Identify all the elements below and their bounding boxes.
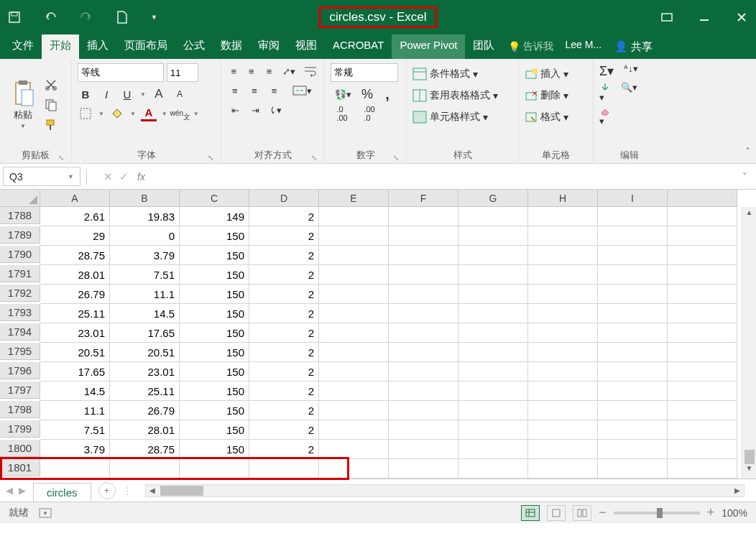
cell[interactable] bbox=[598, 246, 668, 265]
zoom-in-button[interactable]: + bbox=[707, 505, 715, 520]
cell[interactable] bbox=[528, 246, 598, 265]
row-header[interactable]: 1794 bbox=[0, 323, 40, 341]
cell[interactable] bbox=[389, 246, 458, 265]
format-painter-icon[interactable] bbox=[45, 119, 57, 131]
cell[interactable]: 149 bbox=[180, 207, 249, 226]
cell[interactable] bbox=[458, 323, 528, 343]
cell[interactable] bbox=[458, 285, 528, 304]
cell[interactable]: 29 bbox=[40, 226, 110, 246]
column-header[interactable]: G bbox=[458, 190, 528, 207]
cell[interactable]: 3.79 bbox=[110, 246, 180, 265]
cell[interactable] bbox=[458, 265, 528, 285]
column-header[interactable]: D bbox=[249, 190, 319, 207]
formula-input[interactable] bbox=[151, 167, 737, 186]
cell[interactable]: 150 bbox=[180, 226, 249, 246]
cell[interactable]: 19.83 bbox=[110, 207, 180, 226]
minimize-icon[interactable] bbox=[697, 10, 711, 24]
tab-插入[interactable]: 插入 bbox=[79, 34, 116, 59]
cell[interactable] bbox=[319, 304, 389, 323]
cell[interactable] bbox=[668, 207, 737, 226]
cell[interactable] bbox=[389, 440, 458, 459]
merge-icon[interactable]: ▾ bbox=[286, 83, 318, 98]
cell[interactable] bbox=[528, 207, 598, 226]
align-top-icon[interactable]: ≡ bbox=[227, 63, 241, 79]
cell[interactable] bbox=[598, 440, 668, 459]
row-header[interactable]: 1791 bbox=[0, 265, 40, 282]
cell[interactable] bbox=[319, 459, 389, 479]
scroll-left-icon[interactable]: ◀ bbox=[146, 486, 159, 494]
fill-color-icon[interactable] bbox=[109, 106, 125, 121]
cell[interactable] bbox=[458, 459, 528, 479]
cell[interactable]: 2 bbox=[249, 323, 319, 343]
cell[interactable]: 20.51 bbox=[40, 343, 110, 362]
italic-button[interactable]: I bbox=[98, 86, 114, 102]
find-icon[interactable]: 🔍▾ bbox=[621, 82, 637, 103]
row-header[interactable]: 1798 bbox=[0, 401, 40, 418]
cell[interactable]: 2 bbox=[249, 304, 319, 323]
cell[interactable] bbox=[598, 420, 668, 440]
comma-format-icon[interactable]: , bbox=[379, 86, 395, 102]
cell[interactable] bbox=[668, 285, 737, 304]
tell-me[interactable]: 💡告诉我 bbox=[502, 34, 559, 59]
font-name-selector[interactable] bbox=[78, 63, 164, 82]
cell[interactable] bbox=[389, 323, 458, 343]
column-header[interactable]: C bbox=[180, 190, 249, 207]
share-button[interactable]: 👤共享 bbox=[607, 34, 660, 59]
cell[interactable]: 28.75 bbox=[110, 440, 180, 459]
cell[interactable] bbox=[40, 459, 110, 479]
close-icon[interactable] bbox=[734, 10, 749, 24]
cancel-formula-icon[interactable]: ✕ bbox=[100, 170, 116, 183]
sheet-nav-next-icon[interactable]: ▶ bbox=[19, 485, 26, 496]
cell-style-button[interactable]: 单元格样式▾ bbox=[412, 106, 512, 128]
cell[interactable] bbox=[668, 265, 737, 285]
cell[interactable] bbox=[528, 226, 598, 246]
user-name[interactable]: Lee M... bbox=[559, 34, 607, 59]
tab-开始[interactable]: 开始 bbox=[42, 34, 79, 59]
cell[interactable] bbox=[528, 285, 598, 304]
increase-indent-icon[interactable]: ⇥ bbox=[247, 102, 263, 118]
cell[interactable]: 17.65 bbox=[110, 323, 180, 343]
dialog-launcher-icon[interactable]: ⤡ bbox=[311, 154, 317, 162]
view-normal-icon[interactable] bbox=[521, 505, 540, 521]
cell[interactable] bbox=[598, 382, 668, 401]
vertical-scrollbar[interactable]: ▲ ▼ bbox=[742, 207, 756, 479]
cell[interactable] bbox=[319, 226, 389, 246]
cell[interactable] bbox=[528, 440, 598, 459]
cell[interactable]: 150 bbox=[180, 401, 249, 420]
cell[interactable] bbox=[668, 304, 737, 323]
tab-acrobat[interactable]: ACROBAT bbox=[325, 34, 392, 59]
cell[interactable] bbox=[389, 420, 458, 440]
cell[interactable] bbox=[319, 362, 389, 382]
cell[interactable]: 26.79 bbox=[110, 401, 180, 420]
cut-icon[interactable] bbox=[45, 78, 57, 91]
grow-font-icon[interactable]: A bbox=[151, 86, 167, 102]
format-cells-button[interactable]: 格式▾ bbox=[525, 106, 587, 128]
cell[interactable] bbox=[598, 362, 668, 382]
delete-cells-button[interactable]: 删除▾ bbox=[525, 85, 587, 106]
cell[interactable]: 7.51 bbox=[110, 265, 180, 285]
cell[interactable]: 2 bbox=[249, 246, 319, 265]
column-header[interactable]: F bbox=[389, 190, 458, 207]
row-header[interactable]: 1795 bbox=[0, 343, 40, 360]
name-box[interactable]: Q3▼ bbox=[3, 167, 80, 186]
cell[interactable]: 14.5 bbox=[40, 382, 110, 401]
cell[interactable]: 3.79 bbox=[40, 440, 110, 459]
cell[interactable]: 2 bbox=[249, 207, 319, 226]
cell[interactable] bbox=[598, 459, 668, 479]
collapse-ribbon-icon[interactable]: ˄ bbox=[745, 146, 750, 157]
cell[interactable]: 7.51 bbox=[40, 420, 110, 440]
paste-button[interactable]: 粘贴 ▼ bbox=[6, 63, 40, 146]
cell[interactable]: 28.01 bbox=[110, 420, 180, 440]
sheet-nav-prev-icon[interactable]: ◀ bbox=[6, 485, 13, 496]
cell[interactable] bbox=[528, 420, 598, 440]
view-page-break-icon[interactable] bbox=[573, 505, 591, 521]
dialog-launcher-icon[interactable]: ⤡ bbox=[208, 154, 213, 162]
number-format-selector[interactable] bbox=[331, 63, 398, 82]
shrink-font-icon[interactable]: A bbox=[172, 86, 188, 102]
cell[interactable] bbox=[389, 382, 458, 401]
cell[interactable] bbox=[528, 304, 598, 323]
cell[interactable]: 150 bbox=[180, 304, 249, 323]
cell[interactable] bbox=[528, 323, 598, 343]
cell[interactable]: 26.79 bbox=[40, 285, 110, 304]
cell[interactable]: 150 bbox=[180, 420, 249, 440]
